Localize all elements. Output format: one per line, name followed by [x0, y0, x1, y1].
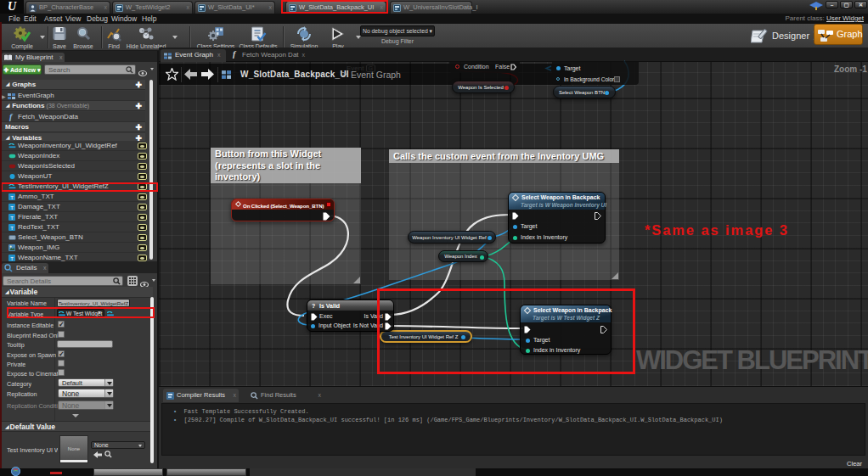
svg-text:T: T: [10, 195, 14, 200]
svg-text:T: T: [10, 256, 14, 261]
svg-text:T: T: [10, 216, 14, 221]
svg-text:T: T: [10, 226, 14, 231]
svg-text:T: T: [10, 205, 14, 210]
